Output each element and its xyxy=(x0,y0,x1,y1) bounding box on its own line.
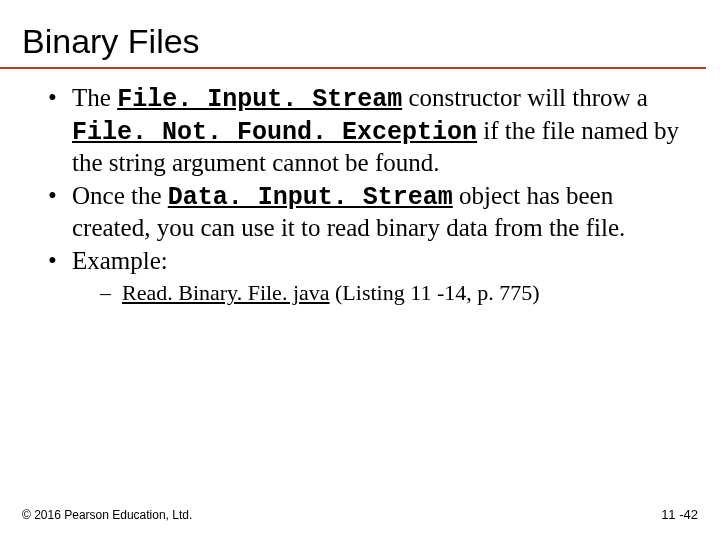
slide: Binary Files The File. Input. Stream con… xyxy=(0,0,720,540)
text: (Listing 11 -14, p. 775) xyxy=(330,280,540,305)
bullet-item-1: The File. Input. Stream constructor will… xyxy=(48,83,690,179)
text: Example: xyxy=(72,247,168,274)
link-readbinaryfile[interactable]: Read. Binary. File. java xyxy=(122,280,330,305)
code-filenotfoundexception: File. Not. Found. Exception xyxy=(72,118,477,147)
text: The xyxy=(72,84,117,111)
bullet-item-3: Example: Read. Binary. File. java (Listi… xyxy=(48,246,690,307)
code-fileinputstream: File. Input. Stream xyxy=(117,85,402,114)
text: constructor will throw a xyxy=(402,84,648,111)
slide-title: Binary Files xyxy=(0,0,706,69)
code-datainputstream: Data. Input. Stream xyxy=(168,183,453,212)
bullet-list: The File. Input. Stream constructor will… xyxy=(48,83,690,307)
text: Once the xyxy=(72,182,168,209)
sub-bullet-list: Read. Binary. File. java (Listing 11 -14… xyxy=(72,280,690,307)
sub-bullet-item-1: Read. Binary. File. java (Listing 11 -14… xyxy=(100,280,690,307)
copyright: © 2016 Pearson Education, Ltd. xyxy=(22,508,192,522)
page-number: 11 -42 xyxy=(661,507,698,522)
bullet-item-2: Once the Data. Input. Stream object has … xyxy=(48,181,690,244)
slide-body: The File. Input. Stream constructor will… xyxy=(0,69,720,307)
